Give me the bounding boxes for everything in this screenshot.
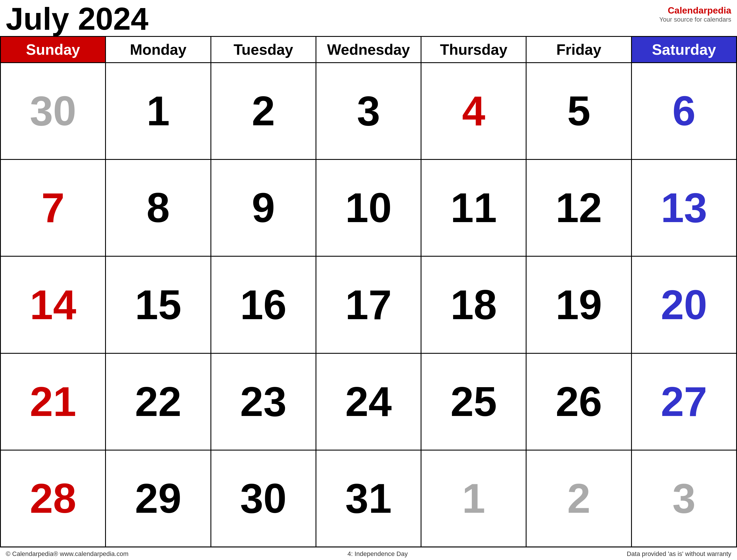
day-number: 7 bbox=[41, 187, 65, 229]
day-number: 18 bbox=[450, 284, 497, 326]
day-number: 22 bbox=[135, 381, 181, 423]
week-2: 78910111213 bbox=[1, 160, 737, 257]
cell-w4-d5[interactable]: 25 bbox=[421, 354, 526, 450]
day-number: 5 bbox=[567, 90, 590, 132]
day-number: 30 bbox=[240, 478, 287, 519]
footer-holiday: 4: Independence Day bbox=[348, 550, 408, 558]
cell-w4-d1[interactable]: 21 bbox=[1, 354, 106, 450]
week-3: 14151617181920 bbox=[1, 257, 737, 353]
cell-w1-d1[interactable]: 30 bbox=[1, 63, 106, 159]
header-friday: Friday bbox=[526, 37, 632, 63]
cell-w2-d5[interactable]: 11 bbox=[421, 160, 526, 256]
cell-w5-d1[interactable]: 28 bbox=[1, 451, 106, 546]
cell-w3-d1[interactable]: 14 bbox=[1, 257, 106, 353]
day-number: 13 bbox=[661, 187, 707, 229]
brand-name-pedia: pedia bbox=[707, 5, 731, 16]
day-number: 21 bbox=[30, 381, 76, 423]
cell-w1-d2[interactable]: 1 bbox=[106, 63, 211, 159]
cell-w3-d5[interactable]: 18 bbox=[421, 257, 526, 353]
cell-w4-d4[interactable]: 24 bbox=[317, 354, 421, 450]
calendar-body: 3012345678910111213141516171819202122232… bbox=[1, 63, 737, 547]
header-wednesday: Wednesday bbox=[317, 37, 421, 63]
brand-name: Calendarpedia bbox=[659, 5, 731, 16]
day-number: 10 bbox=[345, 187, 391, 229]
day-number: 15 bbox=[135, 284, 181, 326]
month-title: July 2024 bbox=[6, 3, 148, 35]
cell-w5-d3[interactable]: 30 bbox=[211, 451, 317, 546]
header-tuesday: Tuesday bbox=[211, 37, 317, 63]
week-1: 30123456 bbox=[1, 63, 737, 160]
day-number: 2 bbox=[567, 478, 590, 519]
calendar: Sunday Monday Tuesday Wednesday Thursday… bbox=[0, 36, 737, 547]
header-sunday: Sunday bbox=[1, 37, 106, 63]
week-4: 21222324252627 bbox=[1, 354, 737, 451]
cell-w4-d6[interactable]: 26 bbox=[526, 354, 632, 450]
day-number: 25 bbox=[450, 381, 497, 423]
cell-w3-d4[interactable]: 17 bbox=[317, 257, 421, 353]
brand-logo: Calendarpedia Your source for calendars bbox=[659, 3, 731, 23]
footer-copyright: © Calendarpedia® www.calendarpedia.com bbox=[6, 550, 128, 558]
day-number: 26 bbox=[556, 381, 602, 423]
day-number: 6 bbox=[672, 90, 696, 132]
day-number: 29 bbox=[135, 478, 181, 519]
footer: © Calendarpedia® www.calendarpedia.com 4… bbox=[0, 547, 737, 560]
cell-w5-d2[interactable]: 29 bbox=[106, 451, 211, 546]
cell-w2-d2[interactable]: 8 bbox=[106, 160, 211, 256]
cell-w4-d3[interactable]: 23 bbox=[211, 354, 317, 450]
cell-w5-d7[interactable]: 3 bbox=[632, 451, 737, 546]
calendar-page: July 2024 Calendarpedia Your source for … bbox=[0, 0, 737, 560]
brand-tagline: Your source for calendars bbox=[659, 16, 731, 23]
cell-w3-d6[interactable]: 19 bbox=[526, 257, 632, 353]
cell-w5-d4[interactable]: 31 bbox=[317, 451, 421, 546]
cell-w5-d6[interactable]: 2 bbox=[526, 451, 632, 546]
day-number: 9 bbox=[252, 187, 275, 229]
cell-w4-d2[interactable]: 22 bbox=[106, 354, 211, 450]
day-number: 3 bbox=[672, 478, 696, 519]
cell-w4-d7[interactable]: 27 bbox=[632, 354, 737, 450]
header-saturday: Saturday bbox=[632, 37, 737, 63]
day-number: 19 bbox=[556, 284, 602, 326]
cell-w1-d4[interactable]: 3 bbox=[317, 63, 421, 159]
week-5: 28293031123 bbox=[1, 451, 737, 547]
cell-w2-d3[interactable]: 9 bbox=[211, 160, 317, 256]
day-number: 20 bbox=[661, 284, 707, 326]
cell-w1-d3[interactable]: 2 bbox=[211, 63, 317, 159]
day-number: 12 bbox=[556, 187, 602, 229]
header-thursday: Thursday bbox=[421, 37, 526, 63]
brand-name-calendar: Calendar bbox=[668, 5, 707, 16]
header: July 2024 Calendarpedia Your source for … bbox=[0, 0, 737, 36]
cell-w2-d4[interactable]: 10 bbox=[317, 160, 421, 256]
day-number: 31 bbox=[345, 478, 391, 519]
cell-w1-d5[interactable]: 4 bbox=[421, 63, 526, 159]
day-number: 17 bbox=[345, 284, 391, 326]
cell-w3-d7[interactable]: 20 bbox=[632, 257, 737, 353]
day-number: 24 bbox=[345, 381, 391, 423]
day-number: 27 bbox=[661, 381, 707, 423]
header-monday: Monday bbox=[106, 37, 211, 63]
day-number: 16 bbox=[240, 284, 287, 326]
day-number: 1 bbox=[147, 90, 170, 132]
cell-w3-d3[interactable]: 16 bbox=[211, 257, 317, 353]
day-number: 11 bbox=[450, 187, 497, 229]
day-number: 23 bbox=[240, 381, 287, 423]
day-number: 14 bbox=[30, 284, 76, 326]
footer-disclaimer: Data provided 'as is' without warranty bbox=[627, 550, 731, 558]
day-number: 1 bbox=[462, 478, 485, 519]
day-number: 30 bbox=[30, 90, 76, 132]
day-headers: Sunday Monday Tuesday Wednesday Thursday… bbox=[1, 37, 737, 63]
cell-w2-d1[interactable]: 7 bbox=[1, 160, 106, 256]
cell-w1-d6[interactable]: 5 bbox=[526, 63, 632, 159]
cell-w2-d7[interactable]: 13 bbox=[632, 160, 737, 256]
cell-w5-d5[interactable]: 1 bbox=[421, 451, 526, 546]
day-number: 3 bbox=[357, 90, 380, 132]
cell-w3-d2[interactable]: 15 bbox=[106, 257, 211, 353]
cell-w2-d6[interactable]: 12 bbox=[526, 160, 632, 256]
day-number: 8 bbox=[147, 187, 170, 229]
day-number: 4 bbox=[462, 90, 485, 132]
day-number: 28 bbox=[30, 478, 76, 519]
day-number: 2 bbox=[252, 90, 275, 132]
cell-w1-d7[interactable]: 6 bbox=[632, 63, 737, 159]
